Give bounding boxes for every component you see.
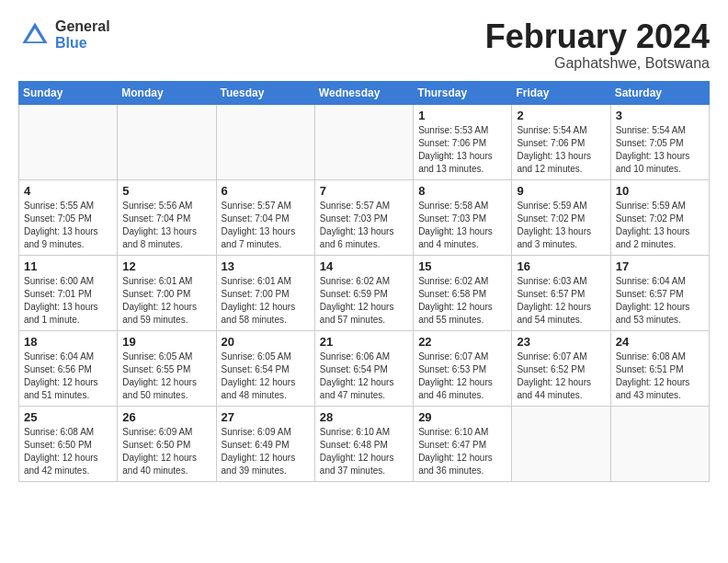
calendar-cell: 21Sunrise: 6:06 AM Sunset: 6:54 PM Dayli… <box>314 330 413 406</box>
day-info: Sunrise: 6:08 AM Sunset: 6:51 PM Dayligh… <box>616 350 704 402</box>
day-number: 27 <box>222 410 310 424</box>
calendar-cell: 24Sunrise: 6:08 AM Sunset: 6:51 PM Dayli… <box>610 330 709 406</box>
calendar-cell: 5Sunrise: 5:56 AM Sunset: 7:04 PM Daylig… <box>118 179 216 255</box>
day-info: Sunrise: 6:09 AM Sunset: 6:50 PM Dayligh… <box>122 426 210 477</box>
calendar-cell: 22Sunrise: 6:07 AM Sunset: 6:53 PM Dayli… <box>414 330 512 406</box>
day-number: 28 <box>320 410 408 424</box>
day-info: Sunrise: 5:56 AM Sunset: 7:04 PM Dayligh… <box>122 200 210 251</box>
calendar-cell: 3Sunrise: 5:54 AM Sunset: 7:05 PM Daylig… <box>610 104 709 179</box>
day-number: 17 <box>616 259 704 273</box>
day-info: Sunrise: 5:54 AM Sunset: 7:05 PM Dayligh… <box>616 124 704 176</box>
day-info: Sunrise: 6:01 AM Sunset: 7:00 PM Dayligh… <box>122 275 210 327</box>
calendar-cell: 19Sunrise: 6:05 AM Sunset: 6:55 PM Dayli… <box>118 330 216 406</box>
calendar-cell: 14Sunrise: 6:02 AM Sunset: 6:59 PM Dayli… <box>314 255 413 330</box>
day-number: 21 <box>320 335 408 349</box>
day-number: 10 <box>616 184 704 198</box>
calendar-cell: 23Sunrise: 6:07 AM Sunset: 6:52 PM Dayli… <box>512 330 610 406</box>
day-info: Sunrise: 6:10 AM Sunset: 6:48 PM Dayligh… <box>320 426 408 477</box>
logo-general: General <box>55 18 110 35</box>
weekday-header-thursday: Thursday <box>414 81 512 104</box>
day-info: Sunrise: 5:57 AM Sunset: 7:04 PM Dayligh… <box>222 200 310 251</box>
day-info: Sunrise: 6:05 AM Sunset: 6:55 PM Dayligh… <box>122 350 210 402</box>
day-info: Sunrise: 6:06 AM Sunset: 6:54 PM Dayligh… <box>320 350 408 402</box>
calendar-cell: 20Sunrise: 6:05 AM Sunset: 6:54 PM Dayli… <box>216 330 314 406</box>
day-number: 25 <box>24 410 112 424</box>
day-number: 2 <box>517 109 605 122</box>
weekday-header-row: SundayMondayTuesdayWednesdayThursdayFrid… <box>19 81 710 104</box>
weekday-header-saturday: Saturday <box>610 81 709 104</box>
day-number: 1 <box>418 109 506 122</box>
day-number: 22 <box>418 335 506 349</box>
calendar-cell: 28Sunrise: 6:10 AM Sunset: 6:48 PM Dayli… <box>314 406 413 481</box>
weekday-header-monday: Monday <box>118 81 216 104</box>
day-info: Sunrise: 6:04 AM Sunset: 6:57 PM Dayligh… <box>616 275 704 327</box>
day-info: Sunrise: 6:00 AM Sunset: 7:01 PM Dayligh… <box>24 275 112 327</box>
day-info: Sunrise: 5:58 AM Sunset: 7:03 PM Dayligh… <box>418 200 506 251</box>
calendar-cell <box>512 406 610 481</box>
day-info: Sunrise: 6:03 AM Sunset: 6:57 PM Dayligh… <box>517 275 605 327</box>
day-number: 6 <box>222 184 310 198</box>
logo: General Blue <box>18 18 110 52</box>
calendar-cell: 4Sunrise: 5:55 AM Sunset: 7:05 PM Daylig… <box>19 179 118 255</box>
day-info: Sunrise: 6:10 AM Sunset: 6:47 PM Dayligh… <box>418 426 506 477</box>
calendar-cell <box>118 104 216 179</box>
week-row-3: 11Sunrise: 6:00 AM Sunset: 7:01 PM Dayli… <box>19 255 710 330</box>
calendar-cell: 6Sunrise: 5:57 AM Sunset: 7:04 PM Daylig… <box>216 179 314 255</box>
page-header: General Blue February 2024 Gaphatshwe, B… <box>18 18 710 72</box>
calendar-title: February 2024 <box>485 18 710 55</box>
day-number: 9 <box>517 184 605 198</box>
day-info: Sunrise: 5:53 AM Sunset: 7:06 PM Dayligh… <box>418 124 506 176</box>
day-info: Sunrise: 6:05 AM Sunset: 6:54 PM Dayligh… <box>222 350 310 402</box>
day-number: 12 <box>122 259 210 273</box>
day-info: Sunrise: 5:57 AM Sunset: 7:03 PM Dayligh… <box>320 200 408 251</box>
calendar-cell: 7Sunrise: 5:57 AM Sunset: 7:03 PM Daylig… <box>314 179 413 255</box>
logo-icon <box>18 18 51 52</box>
calendar-cell: 17Sunrise: 6:04 AM Sunset: 6:57 PM Dayli… <box>610 255 709 330</box>
calendar-cell: 1Sunrise: 5:53 AM Sunset: 7:06 PM Daylig… <box>414 104 512 179</box>
day-info: Sunrise: 5:59 AM Sunset: 7:02 PM Dayligh… <box>517 200 605 251</box>
calendar-cell <box>610 406 709 481</box>
calendar-cell <box>19 104 118 179</box>
day-number: 13 <box>222 259 310 273</box>
calendar-subtitle: Gaphatshwe, Botswana <box>485 55 710 72</box>
day-info: Sunrise: 5:54 AM Sunset: 7:06 PM Dayligh… <box>517 124 605 176</box>
weekday-header-sunday: Sunday <box>19 81 118 104</box>
day-number: 26 <box>122 410 210 424</box>
day-number: 8 <box>418 184 506 198</box>
day-number: 20 <box>222 335 310 349</box>
day-number: 23 <box>517 335 605 349</box>
calendar-cell: 26Sunrise: 6:09 AM Sunset: 6:50 PM Dayli… <box>118 406 216 481</box>
day-info: Sunrise: 5:55 AM Sunset: 7:05 PM Dayligh… <box>24 200 112 251</box>
week-row-1: 1Sunrise: 5:53 AM Sunset: 7:06 PM Daylig… <box>19 104 710 179</box>
day-number: 19 <box>122 335 210 349</box>
day-info: Sunrise: 6:07 AM Sunset: 6:53 PM Dayligh… <box>418 350 506 402</box>
calendar-cell: 15Sunrise: 6:02 AM Sunset: 6:58 PM Dayli… <box>414 255 512 330</box>
logo-blue: Blue <box>55 35 110 52</box>
logo-text: General Blue <box>55 18 110 52</box>
day-number: 7 <box>320 184 408 198</box>
weekday-header-wednesday: Wednesday <box>314 81 413 104</box>
calendar-cell: 11Sunrise: 6:00 AM Sunset: 7:01 PM Dayli… <box>19 255 118 330</box>
day-info: Sunrise: 6:04 AM Sunset: 6:56 PM Dayligh… <box>24 350 112 402</box>
title-block: February 2024 Gaphatshwe, Botswana <box>485 18 710 72</box>
calendar-table: SundayMondayTuesdayWednesdayThursdayFrid… <box>18 81 710 482</box>
day-number: 11 <box>24 259 112 273</box>
calendar-cell: 18Sunrise: 6:04 AM Sunset: 6:56 PM Dayli… <box>19 330 118 406</box>
day-number: 24 <box>616 335 704 349</box>
calendar-cell: 12Sunrise: 6:01 AM Sunset: 7:00 PM Dayli… <box>118 255 216 330</box>
day-info: Sunrise: 6:09 AM Sunset: 6:49 PM Dayligh… <box>222 426 310 477</box>
calendar-cell: 8Sunrise: 5:58 AM Sunset: 7:03 PM Daylig… <box>414 179 512 255</box>
calendar-cell: 9Sunrise: 5:59 AM Sunset: 7:02 PM Daylig… <box>512 179 610 255</box>
day-info: Sunrise: 5:59 AM Sunset: 7:02 PM Dayligh… <box>616 200 704 251</box>
day-info: Sunrise: 6:01 AM Sunset: 7:00 PM Dayligh… <box>222 275 310 327</box>
calendar-cell <box>216 104 314 179</box>
day-info: Sunrise: 6:02 AM Sunset: 6:59 PM Dayligh… <box>320 275 408 327</box>
day-info: Sunrise: 6:08 AM Sunset: 6:50 PM Dayligh… <box>24 426 112 477</box>
calendar-cell: 16Sunrise: 6:03 AM Sunset: 6:57 PM Dayli… <box>512 255 610 330</box>
calendar-cell <box>314 104 413 179</box>
calendar-cell: 2Sunrise: 5:54 AM Sunset: 7:06 PM Daylig… <box>512 104 610 179</box>
day-number: 29 <box>418 410 506 424</box>
day-number: 14 <box>320 259 408 273</box>
day-number: 18 <box>24 335 112 349</box>
day-info: Sunrise: 6:02 AM Sunset: 6:58 PM Dayligh… <box>418 275 506 327</box>
